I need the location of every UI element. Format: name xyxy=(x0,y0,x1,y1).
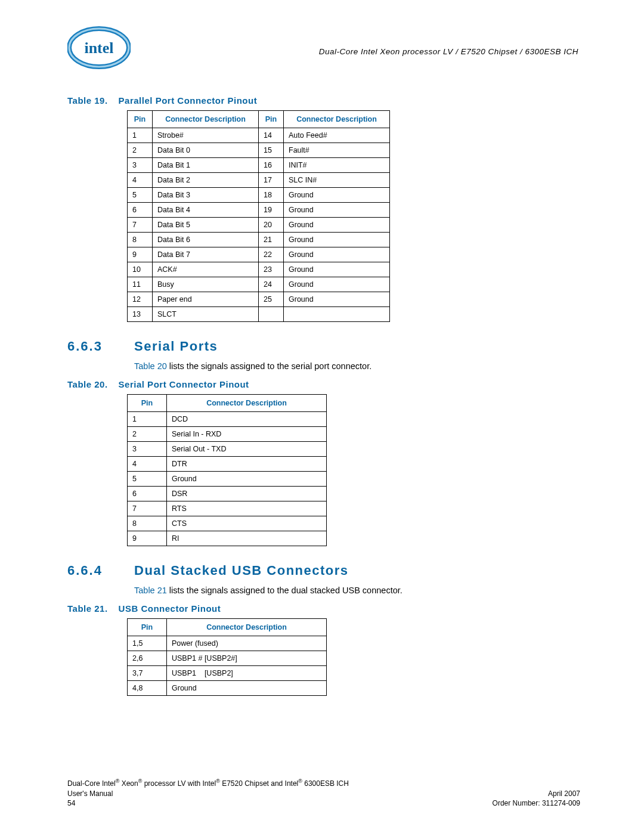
section-664-body-rest: lists the signals assigned to the dual s… xyxy=(167,586,402,595)
table-row: 7Data Bit 520Ground xyxy=(128,218,390,233)
section-664-heading: 6.6.4 Dual Stacked USB Connectors xyxy=(67,563,580,578)
table-row: 2Data Bit 015Fault# xyxy=(128,143,390,158)
table21-caption: Table 21.USB Connector Pinout xyxy=(67,603,580,614)
table-row: 4Data Bit 217SLC IN# xyxy=(128,173,390,188)
footer-line2-left: User's Manual xyxy=(67,789,113,798)
table-row: 5Ground xyxy=(128,472,327,487)
table20-pin: 2 xyxy=(128,427,167,442)
table-row: 8Data Bit 621Ground xyxy=(128,233,390,247)
table19-desc: Data Bit 6 xyxy=(153,233,259,247)
svg-text:intel: intel xyxy=(84,39,113,57)
table21-pin: 2,6 xyxy=(128,651,167,666)
table19-desc: SLC IN# xyxy=(284,173,390,188)
table19-pin: 14 xyxy=(259,128,284,143)
table19-desc: Ground xyxy=(284,262,390,277)
table20-pin: 5 xyxy=(128,472,167,487)
table21-pin: 1,5 xyxy=(128,636,167,651)
table21-caption-prefix: Table 21. xyxy=(67,603,108,614)
table21-desc: Power (fused) xyxy=(167,636,327,651)
table20-pin: 8 xyxy=(128,516,167,531)
table21-desc: USBP1 [USBP2] xyxy=(167,666,327,681)
table-row: 9Data Bit 722Ground xyxy=(128,247,390,262)
table19-pin: 21 xyxy=(259,233,284,247)
table19-pin: 4 xyxy=(128,173,153,188)
table-row: 4,8Ground xyxy=(128,681,327,696)
section-663-body: Table 20 lists the signals assigned to t… xyxy=(134,361,580,371)
table-row: 2Serial In - RXD xyxy=(128,427,327,442)
table19-h-desc2: Connector Description xyxy=(284,111,390,128)
table19-desc: Data Bit 4 xyxy=(153,203,259,218)
table19-pin: 19 xyxy=(259,203,284,218)
table21-caption-title: USB Connector Pinout xyxy=(119,603,221,614)
section-663-body-rest: lists the signals assigned to the serial… xyxy=(167,361,371,371)
footer-line2-right: April 2007 xyxy=(548,789,580,798)
table19-desc: Data Bit 5 xyxy=(153,218,259,233)
section-663-number: 6.6.3 xyxy=(67,339,134,354)
table-row: 1DCD xyxy=(128,412,327,427)
table20-desc: RI xyxy=(167,531,327,546)
table19-h-pin2: Pin xyxy=(259,111,284,128)
table21-h-desc: Connector Description xyxy=(167,619,327,636)
table19-desc: Ground xyxy=(284,218,390,233)
table19-desc: Data Bit 1 xyxy=(153,158,259,173)
table19-h-desc1: Connector Description xyxy=(153,111,259,128)
table20-desc: CTS xyxy=(167,516,327,531)
table20-pin: 9 xyxy=(128,531,167,546)
table21-pin: 4,8 xyxy=(128,681,167,696)
table19-desc: Fault# xyxy=(284,143,390,158)
table21-header-row: Pin Connector Description xyxy=(128,619,327,636)
table19-caption: Table 19.Parallel Port Connector Pinout xyxy=(67,95,580,106)
table19-desc: Ground xyxy=(284,292,390,307)
section-664-number: 6.6.4 xyxy=(67,563,134,578)
table20-desc: Ground xyxy=(167,472,327,487)
table19-pin: 17 xyxy=(259,173,284,188)
table-row: 4DTR xyxy=(128,457,327,472)
table19-pin: 13 xyxy=(128,307,153,322)
table20-pin: 3 xyxy=(128,442,167,457)
intel-logo: intel xyxy=(67,24,131,74)
table19-pin: 22 xyxy=(259,247,284,262)
table19-desc: INIT# xyxy=(284,158,390,173)
table19-desc: Data Bit 0 xyxy=(153,143,259,158)
table19-pin: 12 xyxy=(128,292,153,307)
table20-desc: DCD xyxy=(167,412,327,427)
table-row: 7RTS xyxy=(128,501,327,516)
table20-reference: Table 20 xyxy=(134,361,167,371)
section-664-body: Table 21 lists the signals assigned to t… xyxy=(134,586,580,595)
table19-caption-title: Parallel Port Connector Pinout xyxy=(119,95,258,106)
table19: Pin Connector Description Pin Connector … xyxy=(127,110,390,322)
table19-pin: 3 xyxy=(128,158,153,173)
section-664-title: Dual Stacked USB Connectors xyxy=(134,563,349,578)
table19-pin: 18 xyxy=(259,188,284,203)
footer-page-number: 54 xyxy=(67,798,75,808)
table-row: 3Serial Out - TXD xyxy=(128,442,327,457)
table19-pin: 9 xyxy=(128,247,153,262)
table-row: 3Data Bit 116INIT# xyxy=(128,158,390,173)
table19-desc: Ground xyxy=(284,233,390,247)
table19-desc: Strobe# xyxy=(153,128,259,143)
table20-header-row: Pin Connector Description xyxy=(128,395,327,412)
table20-desc: DSR xyxy=(167,487,327,501)
table-row: 2,6USBP1 # [USBP2#] xyxy=(128,651,327,666)
table19-pin: 8 xyxy=(128,233,153,247)
table20-desc: Serial In - RXD xyxy=(167,427,327,442)
table19-pin: 24 xyxy=(259,277,284,292)
table19-desc: Ground xyxy=(284,188,390,203)
table19-pin xyxy=(259,307,284,322)
table21-desc: USBP1 # [USBP2#] xyxy=(167,651,327,666)
table-row: 1,5Power (fused) xyxy=(128,636,327,651)
table19-desc: Ground xyxy=(284,203,390,218)
table19-caption-prefix: Table 19. xyxy=(67,95,108,106)
table19-desc: Data Bit 2 xyxy=(153,173,259,188)
table-row: 10ACK#23Ground xyxy=(128,262,390,277)
table21: Pin Connector Description 1,5Power (fuse… xyxy=(127,618,327,696)
table20-caption: Table 20.Serial Port Connector Pinout xyxy=(67,379,580,389)
table-row: 3,7USBP1 [USBP2] xyxy=(128,666,327,681)
table19-desc: Busy xyxy=(153,277,259,292)
table-row: 8CTS xyxy=(128,516,327,531)
table19-pin: 2 xyxy=(128,143,153,158)
table20-pin: 4 xyxy=(128,457,167,472)
table19-pin: 15 xyxy=(259,143,284,158)
table20-h-desc: Connector Description xyxy=(167,395,327,412)
table19-desc: Ground xyxy=(284,247,390,262)
